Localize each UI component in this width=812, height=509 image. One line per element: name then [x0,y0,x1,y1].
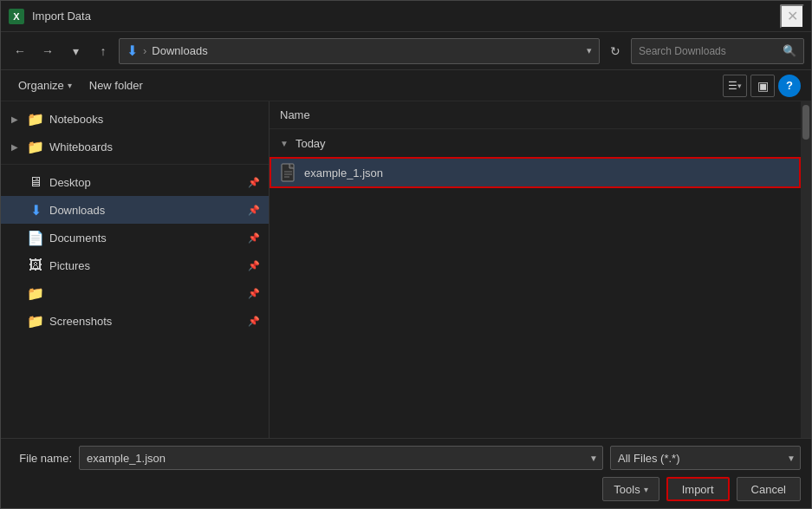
recent-locations-button[interactable]: ▾ [63,39,88,63]
up-button[interactable]: ↑ [91,39,115,63]
view-chevron: ▾ [737,82,742,90]
title-bar: X Import Data ✕ [1,1,811,32]
new-folder-button[interactable]: New folder [82,75,150,97]
desktop-icon: 🖥 [27,173,44,191]
screenshots-icon: 📁 [27,312,44,330]
tools-chevron: ▾ [644,485,648,494]
import-dialog: X Import Data ✕ ← → ▾ ↑ ⬇ › Downloads ▾ … [0,0,812,509]
forward-button[interactable]: → [36,39,60,63]
scrollbar-thumb[interactable] [802,105,809,140]
path-separator: › [143,44,146,57]
toolbar: Organize ▾ New folder ☰ ▾ ▣ ? [1,70,811,101]
scrollbar[interactable] [801,101,811,438]
pin-icon: 📌 [248,288,262,299]
bottom-buttons: Tools ▾ Import Cancel [11,477,801,501]
sidebar: ▶ 📁 Notebooks ▶ 📁 Whiteboards 🖥 Desktop … [1,101,270,438]
sidebar-item-notebooks[interactable]: ▶ 📁 Notebooks [1,105,269,133]
pin-icon: 📌 [248,316,262,327]
sidebar-divider [1,164,269,165]
back-button[interactable]: ← [8,39,32,63]
file-name-label: example_1.json [304,166,383,179]
sidebar-item-desktop[interactable]: 🖥 Desktop 📌 [1,168,269,196]
sidebar-item-whiteboards[interactable]: ▶ 📁 Whiteboards [1,133,269,160]
file-name-dropdown-arrow: ▼ [589,454,598,463]
json-file-icon [280,162,297,183]
view-icon: ☰ [728,80,737,92]
pin-icon: 📌 [248,177,262,188]
sidebar-item-screenshots[interactable]: 📁 Screenshots 📌 [1,307,269,335]
refresh-button[interactable]: ↻ [603,39,627,63]
pane-button[interactable]: ▣ [750,75,775,97]
search-box[interactable]: 🔍 [631,38,804,64]
tools-button[interactable]: Tools ▾ [602,477,659,501]
pin-icon: 📌 [248,232,262,244]
bottom-bar: File name: ▼ All Files (*.*) ▼ Tools ▾ I… [1,438,811,508]
file-type-dropdown-wrap: All Files (*.*) ▼ [610,446,801,470]
view-options-button[interactable]: ☰ ▾ [723,75,747,97]
documents-icon: 📄 [27,229,44,246]
file-name-field-label: File name: [11,452,72,465]
sidebar-item-pictures[interactable]: 🖼 Pictures 📌 [1,251,269,279]
downloads-icon: ⬇ [27,201,44,219]
path-chevron: ▾ [587,45,592,56]
chevron-icon: ▶ [8,114,22,124]
sidebar-item-folder[interactable]: 📁 📌 [1,279,269,307]
help-button[interactable]: ? [778,75,801,97]
pictures-icon: 🖼 [27,257,44,274]
chevron-icon: ▶ [8,142,22,152]
pane-icon: ▣ [757,79,769,93]
path-box[interactable]: ⬇ › Downloads ▾ [119,38,600,64]
pin-icon: 📌 [248,205,262,216]
file-area: Name ▼ Today example_1.json [270,101,801,438]
toolbar-right: ☰ ▾ ▣ ? [723,75,801,97]
path-label: Downloads [152,44,207,57]
close-button[interactable]: ✕ [780,4,804,29]
search-input[interactable] [639,45,777,57]
file-list-header: Name [270,101,801,129]
name-column-header: Name [280,108,310,121]
group-chevron-icon: ▼ [280,139,289,148]
group-today: ▼ Today [270,129,801,157]
address-bar: ← → ▾ ↑ ⬇ › Downloads ▾ ↻ 🔍 [1,32,811,70]
file-name-input-wrap: ▼ [79,446,603,470]
download-path-icon: ⬇ [127,42,138,59]
file-name-input[interactable] [79,446,603,470]
cancel-button[interactable]: Cancel [737,477,801,501]
dialog-title: Import Data [32,10,780,23]
import-button[interactable]: Import [666,477,730,501]
group-label: Today [296,137,326,150]
pin-icon: 📌 [248,260,262,271]
main-content: ▶ 📁 Notebooks ▶ 📁 Whiteboards 🖥 Desktop … [1,101,811,438]
organize-button[interactable]: Organize ▾ [11,75,79,97]
excel-logo: X [9,9,24,24]
folder-icon: 📁 [27,110,44,127]
folder-icon: 📁 [27,138,44,155]
app-icon: X [8,8,25,25]
sidebar-item-downloads[interactable]: ⬇ Downloads 📌 [1,196,269,224]
file-type-dropdown[interactable]: All Files (*.*) [610,446,801,470]
sidebar-item-documents[interactable]: 📄 Documents 📌 [1,224,269,251]
folder-icon: 📁 [27,284,44,302]
file-name-row: File name: ▼ All Files (*.*) ▼ [11,446,801,470]
file-row-example-json[interactable]: example_1.json [270,157,801,188]
search-icon: 🔍 [783,44,796,57]
